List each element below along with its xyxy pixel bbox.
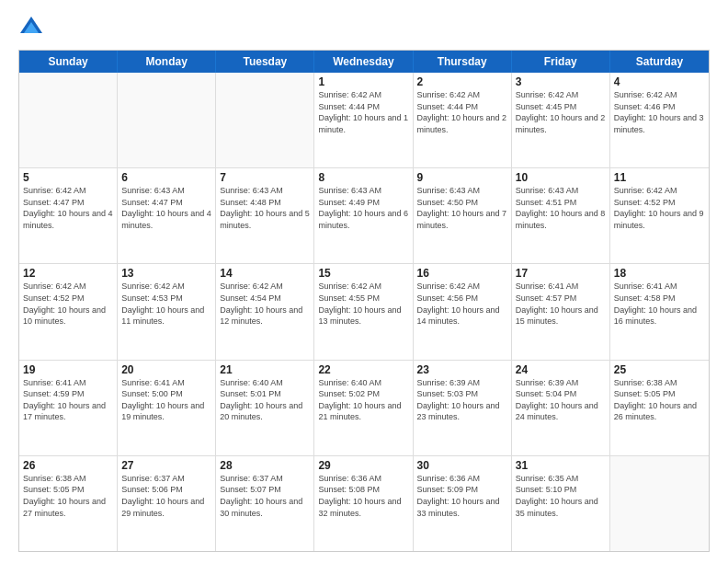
- calendar-cell: 8Sunrise: 6:43 AM Sunset: 4:49 PM Daylig…: [314, 168, 413, 263]
- day-number: 4: [614, 75, 705, 88]
- day-info: Sunrise: 6:37 AM Sunset: 5:07 PM Dayligh…: [220, 473, 310, 519]
- day-number: 6: [121, 171, 211, 184]
- day-info: Sunrise: 6:39 AM Sunset: 5:03 PM Dayligh…: [417, 377, 507, 423]
- calendar-cell: 4Sunrise: 6:42 AM Sunset: 4:46 PM Daylig…: [610, 73, 709, 167]
- calendar-cell: 2Sunrise: 6:42 AM Sunset: 4:44 PM Daylig…: [414, 73, 512, 167]
- day-number: 2: [417, 75, 507, 88]
- calendar-cell: 24Sunrise: 6:39 AM Sunset: 5:04 PM Dayli…: [512, 361, 610, 455]
- weekday-header: Sunday: [19, 51, 118, 73]
- calendar-cell: 12Sunrise: 6:42 AM Sunset: 4:52 PM Dayli…: [19, 264, 118, 359]
- calendar-cell: 26Sunrise: 6:38 AM Sunset: 5:05 PM Dayli…: [19, 456, 118, 551]
- day-number: 29: [318, 459, 408, 472]
- day-number: 16: [417, 267, 507, 280]
- weekday-header: Wednesday: [314, 51, 413, 73]
- calendar-cell: 17Sunrise: 6:41 AM Sunset: 4:57 PM Dayli…: [512, 264, 610, 359]
- day-number: 10: [516, 171, 606, 184]
- day-number: 17: [516, 267, 606, 280]
- day-number: 24: [516, 363, 606, 376]
- day-info: Sunrise: 6:39 AM Sunset: 5:04 PM Dayligh…: [516, 377, 606, 423]
- weekday-header: Thursday: [414, 51, 512, 73]
- calendar-cell: 21Sunrise: 6:40 AM Sunset: 5:01 PM Dayli…: [216, 361, 314, 455]
- day-number: 8: [318, 171, 408, 184]
- calendar-cell: 27Sunrise: 6:37 AM Sunset: 5:06 PM Dayli…: [118, 456, 216, 551]
- calendar-cell: 31Sunrise: 6:35 AM Sunset: 5:10 PM Dayli…: [512, 456, 610, 551]
- calendar-cell: 7Sunrise: 6:43 AM Sunset: 4:48 PM Daylig…: [216, 168, 314, 263]
- day-info: Sunrise: 6:36 AM Sunset: 5:09 PM Dayligh…: [417, 473, 507, 519]
- day-number: 28: [220, 459, 310, 472]
- day-number: 30: [417, 459, 507, 472]
- calendar-cell: 6Sunrise: 6:43 AM Sunset: 4:47 PM Daylig…: [118, 168, 216, 263]
- calendar: SundayMondayTuesdayWednesdayThursdayFrid…: [18, 50, 710, 552]
- calendar-cell: 28Sunrise: 6:37 AM Sunset: 5:07 PM Dayli…: [216, 456, 314, 551]
- day-info: Sunrise: 6:40 AM Sunset: 5:01 PM Dayligh…: [220, 377, 310, 423]
- day-info: Sunrise: 6:42 AM Sunset: 4:44 PM Dayligh…: [318, 89, 408, 135]
- day-info: Sunrise: 6:37 AM Sunset: 5:06 PM Dayligh…: [121, 473, 211, 519]
- day-info: Sunrise: 6:42 AM Sunset: 4:52 PM Dayligh…: [614, 185, 705, 231]
- day-number: 5: [23, 171, 113, 184]
- calendar-cell: [19, 73, 118, 167]
- day-info: Sunrise: 6:43 AM Sunset: 4:47 PM Dayligh…: [121, 185, 211, 231]
- day-info: Sunrise: 6:42 AM Sunset: 4:54 PM Dayligh…: [220, 281, 310, 327]
- day-info: Sunrise: 6:41 AM Sunset: 4:58 PM Dayligh…: [614, 281, 705, 327]
- calendar-cell: 30Sunrise: 6:36 AM Sunset: 5:09 PM Dayli…: [414, 456, 512, 551]
- day-number: 21: [220, 363, 310, 376]
- calendar-cell: 15Sunrise: 6:42 AM Sunset: 4:55 PM Dayli…: [314, 264, 413, 359]
- calendar-row: 12Sunrise: 6:42 AM Sunset: 4:52 PM Dayli…: [19, 264, 709, 360]
- calendar-row: 19Sunrise: 6:41 AM Sunset: 4:59 PM Dayli…: [19, 361, 709, 456]
- calendar-cell: 5Sunrise: 6:42 AM Sunset: 4:47 PM Daylig…: [19, 168, 118, 263]
- calendar-header: SundayMondayTuesdayWednesdayThursdayFrid…: [19, 51, 709, 73]
- day-number: 7: [220, 171, 310, 184]
- weekday-header: Tuesday: [216, 51, 314, 73]
- calendar-cell: 13Sunrise: 6:42 AM Sunset: 4:53 PM Dayli…: [118, 264, 216, 359]
- calendar-cell: [216, 73, 314, 167]
- day-info: Sunrise: 6:41 AM Sunset: 4:59 PM Dayligh…: [23, 377, 113, 423]
- day-number: 15: [318, 267, 408, 280]
- calendar-cell: 11Sunrise: 6:42 AM Sunset: 4:52 PM Dayli…: [610, 168, 709, 263]
- weekday-header: Monday: [118, 51, 216, 73]
- calendar-row: 5Sunrise: 6:42 AM Sunset: 4:47 PM Daylig…: [19, 168, 709, 264]
- calendar-cell: 3Sunrise: 6:42 AM Sunset: 4:45 PM Daylig…: [512, 73, 610, 167]
- calendar-cell: 10Sunrise: 6:43 AM Sunset: 4:51 PM Dayli…: [512, 168, 610, 263]
- day-number: 23: [417, 363, 507, 376]
- day-info: Sunrise: 6:43 AM Sunset: 4:50 PM Dayligh…: [417, 185, 507, 231]
- day-number: 22: [318, 363, 408, 376]
- day-info: Sunrise: 6:41 AM Sunset: 4:57 PM Dayligh…: [516, 281, 606, 327]
- day-number: 25: [614, 363, 705, 376]
- weekday-header: Friday: [512, 51, 610, 73]
- day-number: 1: [318, 75, 408, 88]
- day-info: Sunrise: 6:42 AM Sunset: 4:46 PM Dayligh…: [614, 89, 705, 135]
- day-info: Sunrise: 6:38 AM Sunset: 5:05 PM Dayligh…: [614, 377, 705, 423]
- day-number: 12: [23, 267, 113, 280]
- day-info: Sunrise: 6:36 AM Sunset: 5:08 PM Dayligh…: [318, 473, 408, 519]
- day-number: 27: [121, 459, 211, 472]
- day-number: 31: [516, 459, 606, 472]
- day-number: 9: [417, 171, 507, 184]
- calendar-row: 1Sunrise: 6:42 AM Sunset: 4:44 PM Daylig…: [19, 73, 709, 168]
- day-info: Sunrise: 6:40 AM Sunset: 5:02 PM Dayligh…: [318, 377, 408, 423]
- day-info: Sunrise: 6:38 AM Sunset: 5:05 PM Dayligh…: [23, 473, 113, 519]
- page: SundayMondayTuesdayWednesdayThursdayFrid…: [0, 0, 728, 563]
- day-info: Sunrise: 6:42 AM Sunset: 4:56 PM Dayligh…: [417, 281, 507, 327]
- day-number: 20: [121, 363, 211, 376]
- day-number: 13: [121, 267, 211, 280]
- calendar-cell: [118, 73, 216, 167]
- calendar-cell: 16Sunrise: 6:42 AM Sunset: 4:56 PM Dayli…: [414, 264, 512, 359]
- day-info: Sunrise: 6:43 AM Sunset: 4:49 PM Dayligh…: [318, 185, 408, 231]
- calendar-cell: 22Sunrise: 6:40 AM Sunset: 5:02 PM Dayli…: [314, 361, 413, 455]
- logo: [18, 15, 48, 40]
- day-number: 18: [614, 267, 705, 280]
- day-info: Sunrise: 6:43 AM Sunset: 4:51 PM Dayligh…: [516, 185, 606, 231]
- calendar-cell: [610, 456, 709, 551]
- day-info: Sunrise: 6:35 AM Sunset: 5:10 PM Dayligh…: [516, 473, 606, 519]
- weekday-header: Saturday: [610, 51, 709, 73]
- day-info: Sunrise: 6:42 AM Sunset: 4:53 PM Dayligh…: [121, 281, 211, 327]
- day-info: Sunrise: 6:42 AM Sunset: 4:52 PM Dayligh…: [23, 281, 113, 327]
- calendar-cell: 20Sunrise: 6:41 AM Sunset: 5:00 PM Dayli…: [118, 361, 216, 455]
- header: [18, 15, 710, 40]
- day-info: Sunrise: 6:42 AM Sunset: 4:44 PM Dayligh…: [417, 89, 507, 135]
- day-number: 26: [23, 459, 113, 472]
- calendar-body: 1Sunrise: 6:42 AM Sunset: 4:44 PM Daylig…: [19, 73, 709, 551]
- calendar-cell: 9Sunrise: 6:43 AM Sunset: 4:50 PM Daylig…: [414, 168, 512, 263]
- calendar-cell: 18Sunrise: 6:41 AM Sunset: 4:58 PM Dayli…: [610, 264, 709, 359]
- calendar-row: 26Sunrise: 6:38 AM Sunset: 5:05 PM Dayli…: [19, 456, 709, 551]
